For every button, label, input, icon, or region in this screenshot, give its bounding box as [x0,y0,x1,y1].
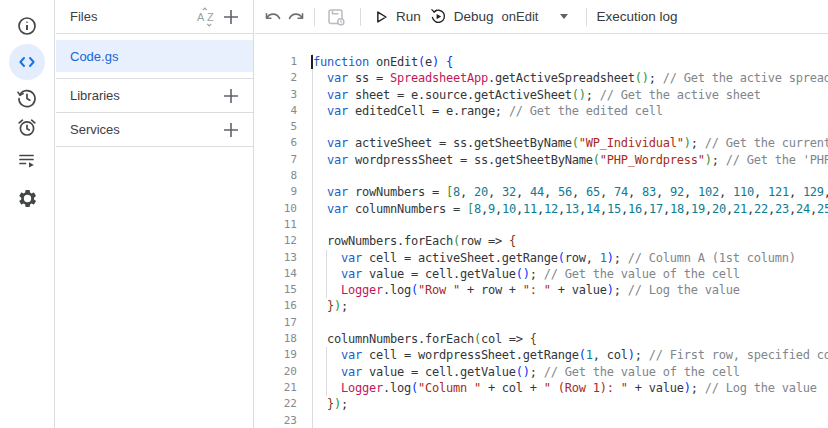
line-number: 12 [255,233,297,249]
code-line[interactable]: 12 rowNumbers.forEach(row => { [255,233,828,249]
file-list: Code.gs [56,34,253,79]
line-number: 1 [255,54,297,70]
code-line[interactable]: 18 columnNumbers.forEach(col => { [255,331,828,347]
run-label: Run [396,9,421,24]
line-number: 20 [255,364,297,380]
code-editor[interactable]: 1function onEdit(e) {2 var ss = Spreadsh… [255,35,828,428]
save-icon[interactable] [323,4,348,30]
add-service-button[interactable] [219,118,243,142]
line-number: 10 [255,201,297,217]
debug-button[interactable]: Debug [429,7,494,26]
code-line[interactable]: 6 var activeSheet = ss.getSheetByName("W… [255,135,828,151]
line-number: 21 [255,380,297,396]
execution-log-button[interactable]: Execution log [596,9,677,24]
file-name: Code.gs [70,49,118,64]
svg-text:Z: Z [207,11,214,23]
function-selector[interactable]: onEdit [502,9,569,24]
files-panel-title: Files [70,9,195,24]
add-library-button[interactable] [219,84,243,108]
line-number: 19 [255,347,297,363]
apps-script-editor: Files A Z Code.gs Libraries [0,0,828,428]
line-number: 5 [255,119,297,135]
code-line[interactable]: 9 var rowNumbers = [8, 20, 32, 44, 56, 6… [255,184,828,200]
code-line-text: Logger.log("Row " + row + ": " + value);… [297,282,740,298]
run-button[interactable]: Run [372,8,421,26]
line-number: 4 [255,103,297,119]
line-number: 13 [255,250,297,266]
dropdown-caret-icon [560,14,568,19]
debug-label: Debug [454,9,494,24]
code-line-text: var rowNumbers = [8, 20, 32, 44, 56, 65,… [297,184,828,200]
code-line[interactable]: 19 var cell = wordpressSheet.getRange(1,… [255,347,828,363]
code-line-text: var value = cell.getValue(); // Get the … [297,364,740,380]
code-line-text: var value = cell.getValue(); // Get the … [297,266,740,282]
code-line[interactable]: 16 }); [255,298,828,314]
code-line[interactable]: 11 [255,217,828,233]
code-line-text: var sheet = e.source.getActiveSheet(); /… [297,87,761,103]
code-line-text: }); [297,396,348,412]
code-line-text: Logger.log("Column " + col + " (Row 1): … [297,380,817,396]
code-line[interactable]: 13 var cell = activeSheet.getRange(row, … [255,250,828,266]
code-line[interactable]: 15 Logger.log("Row " + row + ": " + valu… [255,282,828,298]
libraries-label: Libraries [70,88,219,103]
files-panel: Files A Z Code.gs Libraries [56,0,254,428]
code-line[interactable]: 7 var wordpressSheet = ss.getSheetByName… [255,152,828,168]
toolbar-separator [360,8,361,26]
line-number: 17 [255,315,297,331]
code-line[interactable]: 4 var editedCell = e.range; // Get the e… [255,103,828,119]
executions-icon[interactable] [7,140,47,180]
code-line[interactable]: 2 var ss = SpreadsheetApp.getActiveSprea… [255,70,828,86]
files-panel-header: Files A Z [56,0,253,34]
code-line-text: function onEdit(e) { [297,54,453,70]
line-number: 23 [255,413,297,428]
code-line-text: rowNumbers.forEach(row => { [297,233,516,249]
left-icon-rail [0,0,55,428]
file-item-code-gs[interactable]: Code.gs [56,40,253,72]
toolbar-separator [314,8,315,26]
line-number: 7 [255,152,297,168]
function-selector-value: onEdit [502,9,539,24]
code-line-text: var cell = activeSheet.getRange(row, 1);… [297,250,796,266]
code-line[interactable]: 21 Logger.log("Column " + col + " (Row 1… [255,380,828,396]
code-line-text: var wordpressSheet = ss.getSheetByName("… [297,152,828,168]
code-line[interactable]: 10 var columnNumbers = [8,9,10,11,12,13,… [255,201,828,217]
code-line-text: columnNumbers.forEach(col => { [297,331,537,347]
code-line[interactable]: 3 var sheet = e.source.getActiveSheet();… [255,87,828,103]
line-number: 8 [255,168,297,184]
line-number: 2 [255,70,297,86]
line-number: 16 [255,298,297,314]
libraries-section: Libraries [56,79,253,113]
code-line[interactable]: 8 [255,168,828,184]
code-line[interactable]: 5 [255,119,828,135]
code-line[interactable]: 14 var value = cell.getValue(); // Get t… [255,266,828,282]
code-line-text: var editedCell = e.range; // Get the edi… [297,103,663,119]
code-line[interactable]: 1function onEdit(e) { [255,54,828,70]
line-number: 11 [255,217,297,233]
line-number: 22 [255,396,297,412]
code-editor-icon[interactable] [9,44,45,80]
sort-az-icon[interactable]: A Z [195,5,219,29]
code-line[interactable]: 20 var value = cell.getValue(); // Get t… [255,364,828,380]
code-line[interactable]: 17 [255,315,828,331]
redo-icon[interactable] [284,4,309,30]
line-number: 14 [255,266,297,282]
code-line-text: var cell = wordpressSheet.getRange(1, co… [297,347,828,363]
code-line-text: var ss = SpreadsheetApp.getActiveSpreads… [297,70,828,86]
line-number: 15 [255,282,297,298]
line-number: 3 [255,87,297,103]
settings-icon[interactable] [7,178,47,218]
add-file-button[interactable] [219,5,243,29]
line-number: 9 [255,184,297,200]
code-line[interactable]: 22 }); [255,396,828,412]
info-icon[interactable] [7,6,47,46]
code-line-text: var activeSheet = ss.getSheetByName("WP_… [297,135,828,151]
services-label: Services [70,122,219,137]
undo-icon[interactable] [259,4,284,30]
svg-text:A: A [197,11,205,23]
line-number: 6 [255,135,297,151]
line-number: 18 [255,331,297,347]
editor-main: Run Debug onEdit Execution log [255,0,828,428]
editor-toolbar: Run Debug onEdit Execution log [255,0,828,34]
code-line[interactable]: 23 [255,413,828,428]
code-line-text: }); [297,298,348,314]
